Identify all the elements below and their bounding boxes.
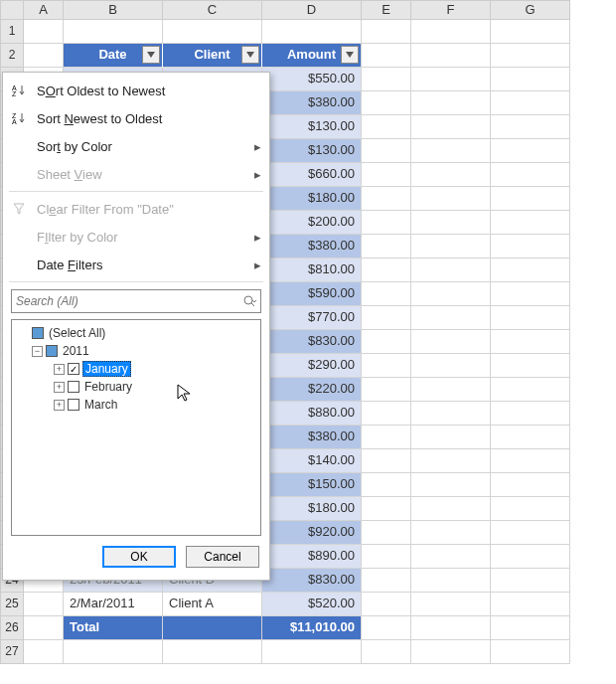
- col-header-e[interactable]: E: [362, 0, 411, 20]
- checkbox-unchecked-icon[interactable]: [68, 399, 79, 411]
- cell[interactable]: [411, 258, 491, 282]
- ok-button[interactable]: OK: [102, 546, 176, 568]
- row-header[interactable]: 1: [0, 20, 24, 44]
- cell[interactable]: $920.00: [262, 521, 362, 545]
- cell[interactable]: [411, 593, 491, 616]
- cell[interactable]: [491, 44, 570, 68]
- cell[interactable]: [362, 640, 411, 664]
- cell[interactable]: [491, 282, 570, 306]
- expand-icon[interactable]: +: [54, 364, 65, 375]
- cell[interactable]: [64, 20, 163, 44]
- cell[interactable]: [24, 44, 64, 68]
- cell[interactable]: [362, 473, 411, 497]
- cell[interactable]: [262, 640, 362, 664]
- cell[interactable]: [362, 20, 411, 44]
- cell[interactable]: [64, 640, 163, 664]
- cell[interactable]: [411, 354, 491, 378]
- cell[interactable]: [411, 449, 491, 473]
- cell[interactable]: $880.00: [262, 402, 362, 426]
- cell[interactable]: $380.00: [262, 235, 362, 258]
- expand-icon[interactable]: +: [54, 382, 65, 393]
- cell[interactable]: $890.00: [262, 545, 362, 569]
- cell[interactable]: [491, 616, 570, 640]
- cell[interactable]: [411, 20, 491, 44]
- col-header-a[interactable]: A: [24, 0, 64, 20]
- cell[interactable]: Amount: [262, 44, 362, 68]
- cell[interactable]: [362, 163, 411, 187]
- cell[interactable]: [362, 258, 411, 282]
- cell[interactable]: [491, 545, 570, 569]
- row-header[interactable]: 27: [0, 640, 24, 664]
- cell[interactable]: $140.00: [262, 449, 362, 473]
- cell[interactable]: [491, 91, 570, 115]
- cell[interactable]: [362, 115, 411, 139]
- cell[interactable]: [362, 68, 411, 91]
- cell[interactable]: [24, 20, 64, 44]
- cell[interactable]: $770.00: [262, 306, 362, 330]
- col-header-f[interactable]: F: [411, 0, 491, 20]
- cell[interactable]: $830.00: [262, 330, 362, 354]
- cell[interactable]: [491, 163, 570, 187]
- cell[interactable]: [362, 44, 411, 68]
- cell[interactable]: $180.00: [262, 497, 362, 521]
- cell[interactable]: $11,010.00: [262, 616, 362, 640]
- cell[interactable]: [362, 521, 411, 545]
- date-filters[interactable]: Date Filters ▸: [3, 251, 269, 278]
- cell[interactable]: [411, 521, 491, 545]
- cell[interactable]: [362, 330, 411, 354]
- cell[interactable]: [411, 378, 491, 402]
- cell[interactable]: [491, 258, 570, 282]
- cell[interactable]: [362, 426, 411, 449]
- cell[interactable]: [411, 497, 491, 521]
- sort-by-color[interactable]: Sort by Color ▸: [3, 132, 269, 160]
- cell[interactable]: [24, 640, 64, 664]
- cell[interactable]: [362, 354, 411, 378]
- cell[interactable]: [24, 593, 64, 616]
- expand-icon[interactable]: +: [54, 400, 65, 411]
- cell[interactable]: [362, 187, 411, 211]
- cell[interactable]: [362, 616, 411, 640]
- cell[interactable]: [411, 91, 491, 115]
- cell[interactable]: [491, 640, 570, 664]
- row-header[interactable]: 26: [0, 616, 24, 640]
- cell[interactable]: $550.00: [262, 68, 362, 91]
- cell[interactable]: Client: [163, 44, 262, 68]
- cell[interactable]: $810.00: [262, 258, 362, 282]
- cell[interactable]: [491, 68, 570, 91]
- cell[interactable]: [491, 449, 570, 473]
- cell[interactable]: $380.00: [262, 426, 362, 449]
- row-header[interactable]: 25: [0, 593, 24, 616]
- cell[interactable]: [411, 115, 491, 139]
- cell[interactable]: [163, 616, 262, 640]
- checkbox-unchecked-icon[interactable]: [68, 381, 79, 393]
- filter-dropdown-button[interactable]: [241, 46, 259, 64]
- cell[interactable]: [362, 282, 411, 306]
- cell[interactable]: [411, 402, 491, 426]
- tree-february[interactable]: +February: [14, 378, 258, 396]
- cell[interactable]: $130.00: [262, 139, 362, 163]
- cell[interactable]: [411, 235, 491, 258]
- cell[interactable]: [491, 354, 570, 378]
- checkbox-indeterminate-icon[interactable]: [46, 345, 58, 357]
- row-header[interactable]: 2: [0, 44, 24, 68]
- cell[interactable]: [491, 378, 570, 402]
- cell[interactable]: [362, 378, 411, 402]
- cell[interactable]: [411, 139, 491, 163]
- cell[interactable]: $590.00: [262, 282, 362, 306]
- sort-oldest-newest[interactable]: AZ SOrt Oldest to Newest: [3, 77, 269, 104]
- cell[interactable]: $660.00: [262, 163, 362, 187]
- cell[interactable]: $830.00: [262, 569, 362, 593]
- col-header-g[interactable]: G: [491, 0, 570, 20]
- cell[interactable]: [491, 593, 570, 616]
- cell[interactable]: [491, 497, 570, 521]
- col-header-c[interactable]: C: [163, 0, 262, 20]
- cell[interactable]: [163, 640, 262, 664]
- cell[interactable]: [491, 330, 570, 354]
- cell[interactable]: [491, 139, 570, 163]
- cell[interactable]: [411, 306, 491, 330]
- cell[interactable]: [163, 20, 262, 44]
- date-filter-tree[interactable]: (Select All) −2011 +January +February +M…: [11, 319, 261, 536]
- cell[interactable]: [362, 497, 411, 521]
- cell[interactable]: [411, 187, 491, 211]
- cell[interactable]: [411, 211, 491, 235]
